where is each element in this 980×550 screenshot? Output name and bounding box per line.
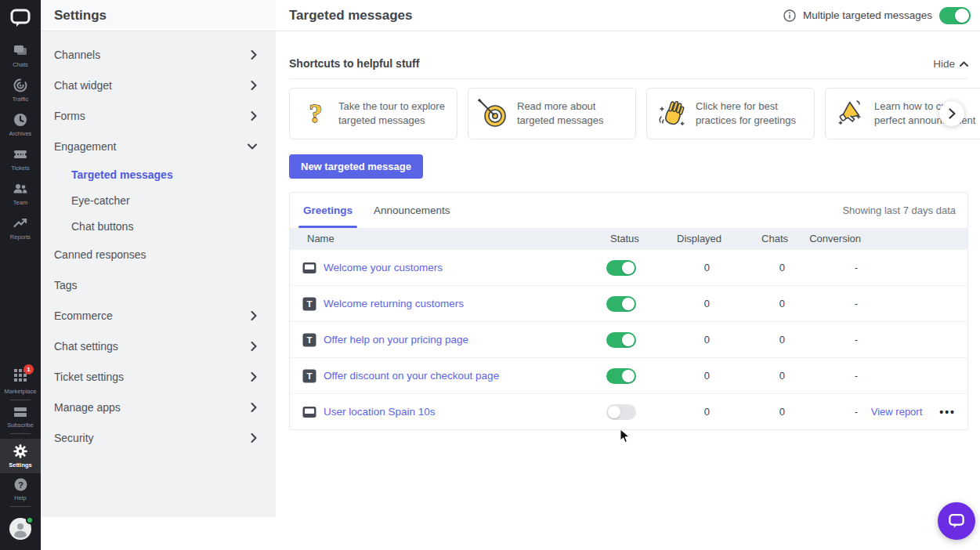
- row-status-toggle[interactable]: [606, 296, 636, 312]
- rail-item-label: Help: [14, 494, 26, 501]
- sidebar-item-targeted-messages[interactable]: Targeted messages: [41, 161, 276, 187]
- question-mark-icon: ?: [297, 96, 331, 131]
- tabs-row: Greetings Announcements Showing last 7 d…: [290, 193, 967, 228]
- rail-item-label: Team: [13, 199, 27, 206]
- rail-divider: [10, 506, 31, 507]
- sidebar-item-chat-buttons[interactable]: Chat buttons: [41, 213, 276, 239]
- rail-item-label: Marketplace: [5, 388, 37, 395]
- col-status: Status: [606, 233, 677, 244]
- rail-item-archives[interactable]: Archives: [0, 112, 41, 137]
- displayed-value: 0: [677, 334, 716, 346]
- svg-text:T: T: [306, 371, 312, 381]
- chats-value: 0: [716, 334, 788, 346]
- rail-item-marketplace[interactable]: 1 Marketplace: [0, 368, 41, 395]
- card-best-practices[interactable]: Click here for best practices for greeti…: [646, 88, 815, 139]
- sidebar-item-manage-apps[interactable]: Manage apps: [41, 392, 276, 422]
- sidebar-item-channels[interactable]: Channels: [41, 39, 276, 70]
- rail-item-team[interactable]: Team: [0, 181, 41, 206]
- hide-shortcuts-link[interactable]: Hide: [933, 58, 968, 70]
- chats-value: 0: [716, 406, 788, 418]
- user-avatar[interactable]: [9, 517, 32, 544]
- main-content: Targeted messages Multiple targeted mess…: [276, 0, 980, 550]
- text-message-icon: T: [302, 296, 317, 312]
- sidebar-item-eye-catcher[interactable]: Eye-catcher: [41, 187, 276, 213]
- svg-text:T: T: [306, 335, 312, 345]
- svg-text:?: ?: [309, 99, 323, 128]
- table-row: Welcome your customers 0 0 -: [290, 249, 967, 285]
- message-name-link[interactable]: User location Spain 10s: [324, 406, 436, 418]
- rail-item-help[interactable]: ? Help: [0, 477, 41, 501]
- toggle-knob: [955, 9, 969, 23]
- settings-sidebar: Settings Channels Chat widget Forms Enga…: [41, 0, 276, 517]
- rail-item-label: Tickets: [11, 165, 29, 172]
- message-name-link[interactable]: Offer help on your pricing page: [324, 334, 468, 346]
- chevron-right-icon: [949, 108, 956, 119]
- rail-item-label: Reports: [10, 233, 31, 241]
- shortcut-cards: ? Take the tour to explore targeted mess…: [289, 88, 980, 139]
- livechat-logo[interactable]: [9, 7, 32, 32]
- content-body: Shortcuts to helpful stuff Hide ? Take t…: [276, 31, 980, 430]
- message-name-link[interactable]: Welcome returning customers: [324, 298, 464, 309]
- sidebar-item-security[interactable]: Security: [41, 422, 276, 453]
- sidebar-item-chat-widget[interactable]: Chat widget: [41, 70, 276, 100]
- row-status-toggle[interactable]: [606, 368, 636, 384]
- info-icon[interactable]: [783, 9, 796, 22]
- app-rail: Chats Traffic Archives Ticket: [0, 0, 41, 550]
- table-row: T Welcome returning customers 0 0 -: [290, 285, 967, 321]
- main-header: Targeted messages Multiple targeted mess…: [276, 0, 980, 31]
- multiple-messages-toggle[interactable]: [939, 7, 971, 24]
- displayed-value: 0: [677, 262, 716, 273]
- message-name-link[interactable]: Welcome your customers: [324, 262, 443, 273]
- chats-icon: [13, 43, 28, 59]
- row-status-toggle[interactable]: [606, 404, 636, 420]
- rail-item-traffic[interactable]: Traffic: [0, 78, 41, 103]
- sidebar-item-chat-settings[interactable]: Chat settings: [41, 331, 276, 361]
- chevron-right-icon: [251, 81, 257, 90]
- sidebar-item-ecommerce[interactable]: Ecommerce: [41, 300, 276, 331]
- card-take-tour[interactable]: ? Take the tour to explore targeted mess…: [289, 88, 457, 139]
- rail-item-subscribe[interactable]: Subscribe: [0, 405, 41, 429]
- chats-value: 0: [716, 370, 788, 382]
- row-status-toggle[interactable]: [606, 260, 636, 276]
- new-targeted-message-button[interactable]: New targeted message: [289, 154, 423, 179]
- screen-icon: [302, 260, 317, 276]
- shortcuts-title: Shortcuts to helpful stuff: [289, 57, 419, 70]
- col-name: Name: [302, 233, 606, 244]
- tab-greetings[interactable]: Greetings: [303, 193, 353, 228]
- conversion-value: -: [788, 262, 861, 273]
- rail-item-label: Subscribe: [7, 422, 33, 429]
- multiple-messages-control: Multiple targeted messages: [783, 7, 971, 24]
- table-row: User location Spain 10s 0 0 - View repor…: [290, 393, 967, 429]
- text-message-icon: T: [302, 332, 317, 348]
- rail-item-reports[interactable]: Reports: [0, 215, 41, 241]
- card-read-more[interactable]: Read more about targeted messages: [468, 88, 636, 139]
- chevron-right-icon: [251, 433, 257, 443]
- sidebar-item-tags[interactable]: Tags: [41, 270, 276, 300]
- message-name-link[interactable]: Offer discount on your checkout page: [324, 370, 499, 382]
- shortcuts-header: Shortcuts to helpful stuff Hide: [289, 31, 968, 79]
- rail-divider: [10, 433, 31, 434]
- chat-bubble-icon: [947, 512, 966, 530]
- sidebar-item-canned-responses[interactable]: Canned responses: [41, 239, 276, 270]
- rail-item-chats[interactable]: Chats: [0, 43, 41, 68]
- tab-announcements[interactable]: Announcements: [374, 193, 450, 228]
- row-status-toggle[interactable]: [606, 332, 636, 348]
- col-displayed: Displayed: [677, 233, 716, 244]
- conversion-value: -: [788, 406, 861, 418]
- rail-bottom: 1 Marketplace Subscribe: [0, 368, 41, 550]
- chat-widget-launcher[interactable]: [938, 502, 975, 540]
- sidebar-item-ticket-settings[interactable]: Ticket settings: [41, 361, 276, 392]
- sidebar-item-engagement[interactable]: Engagement: [41, 131, 276, 161]
- row-menu-button[interactable]: •••: [939, 406, 956, 418]
- svg-text:T: T: [306, 299, 312, 309]
- svg-text:?: ?: [17, 480, 23, 490]
- rail-item-tickets[interactable]: Tickets: [0, 147, 41, 172]
- view-report-link[interactable]: View report: [871, 406, 923, 418]
- rail-item-label: Chats: [13, 61, 28, 68]
- livechat-logo-icon: [9, 7, 32, 29]
- rail-item-settings[interactable]: Settings: [0, 439, 41, 473]
- screen-icon: [302, 404, 317, 420]
- sidebar-item-forms[interactable]: Forms: [41, 100, 276, 131]
- rail-nav: Chats Traffic Archives Ticket: [0, 43, 41, 241]
- cards-next-button[interactable]: [939, 101, 964, 126]
